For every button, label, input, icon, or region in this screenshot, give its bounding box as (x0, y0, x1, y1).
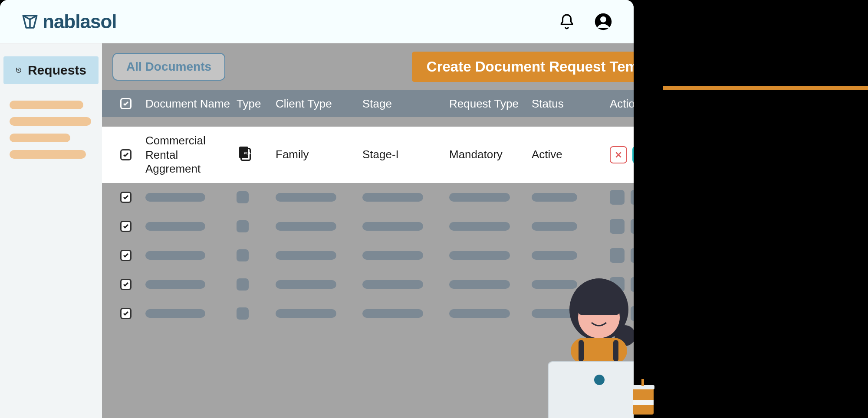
check-icon (122, 252, 129, 259)
cell-request-type: Mandatory (449, 148, 527, 161)
check-icon (122, 194, 129, 201)
all-documents-filter[interactable]: All Documents (112, 53, 225, 81)
col-client-type: Client Type (276, 97, 358, 111)
check-icon (122, 310, 129, 317)
cell-actions (610, 146, 634, 163)
toolbar: All Documents Create Document Request Te… (102, 43, 634, 90)
cell-doc-name: Commercial Rental Aggrement (145, 134, 232, 176)
col-doc-name: Document Name (145, 97, 232, 111)
bell-icon (559, 13, 575, 30)
cursor-trail-decoration (631, 90, 866, 418)
svg-rect-11 (613, 340, 618, 362)
table-row-placeholder (102, 270, 634, 299)
accent-bar (663, 86, 868, 90)
cell-status: Active (532, 148, 605, 161)
profile-button[interactable] (594, 12, 613, 31)
sidebar-placeholder (10, 117, 91, 126)
col-request-type: Request Type (449, 97, 527, 111)
svg-rect-18 (633, 400, 654, 405)
table-row-placeholder (102, 299, 634, 328)
create-template-button[interactable]: Create Document Request Template (412, 52, 634, 82)
brand-logo[interactable]: nablasol (21, 11, 117, 33)
table-header: Document Name Type Client Type Stage Req… (102, 90, 634, 117)
coffee-cup-icon (628, 379, 658, 418)
table-row-placeholder (102, 183, 634, 212)
check-icon (122, 100, 129, 107)
app-window: nablasol Requests (0, 0, 634, 418)
row-checkbox[interactable] (120, 308, 132, 319)
svg-text:PDF: PDF (244, 151, 252, 155)
table-row[interactable]: Commercial Rental Aggrement PDF Family S… (102, 127, 634, 183)
svg-point-1 (600, 16, 606, 22)
select-all-checkbox[interactable] (120, 98, 132, 109)
row-checkbox[interactable] (120, 149, 132, 160)
close-icon (615, 151, 622, 159)
logo-icon (21, 13, 39, 31)
svg-point-6 (615, 325, 634, 346)
sidebar-item-requests[interactable]: Requests (3, 56, 99, 84)
col-type: Type (237, 97, 271, 111)
col-actions: Actions (610, 97, 634, 111)
row-checkbox[interactable] (120, 221, 132, 232)
check-icon (122, 223, 129, 230)
svg-rect-9 (571, 338, 627, 364)
svg-rect-12 (548, 362, 634, 418)
svg-rect-17 (641, 379, 644, 386)
main-content: All Documents Create Document Request Te… (102, 43, 634, 418)
cell-stage: Stage-I (362, 148, 445, 161)
app-header: nablasol (0, 0, 634, 43)
pdf-icon: PDF (237, 145, 252, 161)
cell-type: PDF (237, 145, 271, 164)
check-icon (122, 151, 129, 158)
row-checkbox[interactable] (120, 192, 132, 203)
sidebar-placeholder (10, 134, 70, 142)
table-row-placeholder (102, 212, 634, 241)
notifications-button[interactable] (557, 12, 576, 31)
sidebar-placeholder (10, 150, 86, 159)
account-icon (594, 13, 612, 31)
row-checkbox[interactable] (120, 279, 132, 290)
svg-rect-10 (579, 340, 584, 362)
brand-name: nablasol (43, 11, 117, 33)
col-status: Status (532, 97, 605, 111)
table-row-placeholder (102, 241, 634, 270)
sidebar: Requests (0, 43, 102, 418)
sidebar-item-label: Requests (28, 63, 86, 78)
sidebar-placeholder (10, 101, 83, 109)
row-checkbox[interactable] (120, 250, 132, 261)
col-stage: Stage (362, 97, 445, 111)
check-icon (122, 281, 129, 288)
svg-point-13 (594, 375, 605, 385)
row-close-button[interactable] (610, 146, 627, 163)
cell-client-type: Family (276, 148, 358, 161)
history-icon (16, 64, 22, 76)
